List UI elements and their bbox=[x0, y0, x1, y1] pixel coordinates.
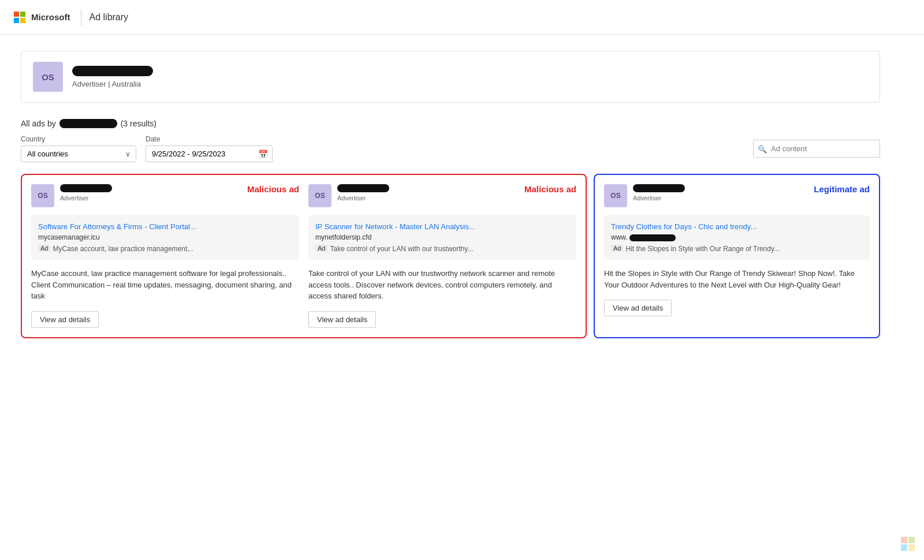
results-name-redacted bbox=[59, 119, 117, 128]
ad-avatar-3: OS bbox=[604, 184, 627, 207]
ad-name-redacted-3 bbox=[633, 184, 685, 192]
search-input[interactable] bbox=[753, 140, 880, 158]
advertiser-meta: Advertiser | Australia bbox=[72, 80, 153, 88]
ad-avatar-1: OS bbox=[31, 184, 54, 207]
view-details-button-3[interactable]: View ad details bbox=[604, 300, 672, 316]
ad-advertiser-block-3: Advertiser bbox=[633, 184, 685, 201]
ad-badge-1: Malicious ad bbox=[247, 184, 299, 194]
page-title: Ad library bbox=[90, 12, 129, 23]
legitimate-group: OS Advertiser Legitimate ad Trendy Cloth… bbox=[594, 174, 880, 338]
advertiser-avatar: OS bbox=[33, 62, 63, 92]
ad-preview-url-2: mynetfoldersip.cfd bbox=[315, 233, 569, 241]
country-select-wrapper[interactable]: All countries bbox=[21, 145, 136, 162]
ad-preview-title-1: Software For Attorneys & Firms - Client … bbox=[38, 222, 292, 231]
advertiser-card: OS Advertiser | Australia bbox=[21, 51, 880, 103]
microsoft-logo bbox=[14, 12, 25, 23]
ad-avatar-2: OS bbox=[308, 184, 331, 207]
ad-card-2: OS Advertiser Malicious ad IP Scanner fo… bbox=[308, 184, 576, 328]
malicious-group: OS Advertiser Malicious ad Software For … bbox=[21, 174, 587, 338]
ad-advertiser-label-3: Advertiser bbox=[633, 195, 685, 201]
advertiser-name-redacted bbox=[72, 66, 153, 76]
results-count: (3 results) bbox=[121, 119, 157, 128]
ad-preview-desc-3: Ad Hit the Slopes in Style with Our Rang… bbox=[611, 245, 863, 253]
app-header: Microsoft Ad library bbox=[0, 0, 924, 35]
ad-card-3-header: OS Advertiser Legitimate ad bbox=[604, 184, 870, 207]
ad-preview-url-3: www. bbox=[611, 233, 863, 241]
ad-badge-2: Malicious ad bbox=[524, 184, 576, 194]
ad-card-2-header: OS Advertiser Malicious ad bbox=[308, 184, 576, 207]
ad-preview-desc-text-1: MyCase account, law practice management.… bbox=[53, 245, 193, 253]
date-input[interactable] bbox=[146, 145, 273, 162]
results-prefix: All ads by bbox=[21, 119, 56, 128]
ad-tag-1: Ad bbox=[38, 245, 50, 252]
ad-advertiser-block-2: Advertiser bbox=[337, 184, 389, 201]
ad-advertiser-label-2: Advertiser bbox=[337, 195, 389, 201]
ad-preview-1: Software For Attorneys & Firms - Client … bbox=[31, 215, 299, 260]
advertiser-info: Advertiser | Australia bbox=[72, 66, 153, 88]
ad-name-redacted-2 bbox=[337, 184, 389, 192]
filter-section: All ads by (3 results) Country All count… bbox=[21, 119, 880, 162]
url-redacted-3 bbox=[629, 234, 676, 241]
view-details-button-2[interactable]: View ad details bbox=[308, 311, 376, 328]
ad-card-1: OS Advertiser Malicious ad Software For … bbox=[31, 184, 299, 328]
header-divider bbox=[81, 9, 81, 25]
date-label: Date bbox=[146, 135, 273, 143]
view-details-button-1[interactable]: View ad details bbox=[31, 311, 99, 328]
ad-preview-3: Trendy Clothes for Days - Chic and trend… bbox=[604, 215, 870, 260]
ad-preview-desc-2: Ad Take control of your LAN with our tru… bbox=[315, 245, 569, 253]
main-content: OS Advertiser | Australia All ads by (3 … bbox=[0, 35, 901, 354]
ad-tag-2: Ad bbox=[315, 245, 327, 252]
country-label: Country bbox=[21, 135, 136, 143]
ad-advertiser-block-1: Advertiser bbox=[60, 184, 112, 201]
ad-card-3: OS Advertiser Legitimate ad Trendy Cloth… bbox=[604, 184, 870, 316]
ad-body-text-1: MyCase account, law practice management … bbox=[31, 268, 299, 302]
ad-preview-desc-text-2: Take control of your LAN with our trustw… bbox=[330, 245, 473, 253]
ad-badge-3: Legitimate ad bbox=[814, 184, 870, 194]
ad-body-text-2: Take control of your LAN with our trustw… bbox=[308, 268, 576, 302]
ad-card-1-left: OS Advertiser bbox=[31, 184, 112, 207]
ad-card-3-left: OS Advertiser bbox=[604, 184, 685, 207]
country-filter-group: Country All countries bbox=[21, 135, 136, 162]
ad-body-text-3: Hit the Slopes in Style with Our Range o… bbox=[604, 268, 870, 290]
results-label: All ads by (3 results) bbox=[21, 119, 880, 128]
ads-grid: OS Advertiser Malicious ad Software For … bbox=[21, 174, 880, 338]
ad-preview-title-2: IP Scanner for Network - Master LAN Anal… bbox=[315, 222, 569, 231]
ad-preview-url-1: mycasemanager.icu bbox=[38, 233, 292, 241]
ad-preview-desc-1: Ad MyCase account, law practice manageme… bbox=[38, 245, 292, 253]
ad-preview-title-3: Trendy Clothes for Days - Chic and trend… bbox=[611, 222, 863, 231]
country-select[interactable]: All countries bbox=[21, 145, 136, 162]
ad-advertiser-label-1: Advertiser bbox=[60, 195, 112, 201]
date-filter-group: Date bbox=[146, 135, 273, 162]
search-wrapper[interactable] bbox=[753, 140, 880, 158]
ad-name-redacted-1 bbox=[60, 184, 112, 192]
date-wrapper[interactable] bbox=[146, 145, 273, 162]
filters-row: Country All countries Date bbox=[21, 135, 880, 162]
ad-preview-desc-text-3: Hit the Slopes in Style with Our Range o… bbox=[625, 245, 780, 253]
ad-tag-3: Ad bbox=[611, 245, 623, 252]
ad-card-2-left: OS Advertiser bbox=[308, 184, 389, 207]
microsoft-label: Microsoft bbox=[31, 12, 70, 22]
ad-card-1-header: OS Advertiser Malicious ad bbox=[31, 184, 299, 207]
ad-preview-2: IP Scanner for Network - Master LAN Anal… bbox=[308, 215, 576, 260]
